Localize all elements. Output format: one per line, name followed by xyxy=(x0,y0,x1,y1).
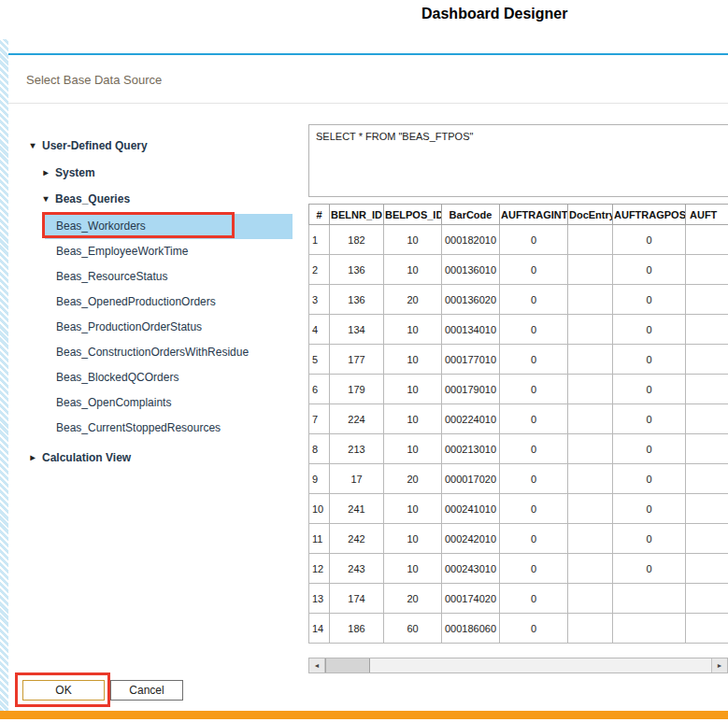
triangle-right-icon[interactable]: ▸ xyxy=(28,453,37,462)
table-row[interactable]: 21361000013601000 xyxy=(309,255,728,285)
table-cell: 0 xyxy=(500,524,568,554)
table-cell xyxy=(568,375,613,404)
table-cell xyxy=(568,404,613,434)
tree-item-beas_resourcestatus[interactable]: Beas_ResourceStatus xyxy=(45,264,293,290)
table-cell xyxy=(613,614,686,644)
table-cell: 9 xyxy=(309,464,330,494)
tree-item-beas_employeeworktime[interactable]: Beas_EmployeeWorkTime xyxy=(45,239,293,264)
scrollbar-thumb[interactable] xyxy=(325,658,370,672)
table-cell xyxy=(686,345,728,375)
table-cell: 4 xyxy=(309,315,330,345)
table-row[interactable]: 41341000013401000 xyxy=(309,315,728,345)
table-cell: 0 xyxy=(500,225,568,255)
tree-item-beas_openedproductionorders[interactable]: Beas_OpenedProductionOrders xyxy=(45,290,293,315)
table-row[interactable]: 82131000021301000 xyxy=(309,434,728,464)
left-arrow-icon: ◄ xyxy=(314,662,321,669)
table-row[interactable]: 14186600001860600 xyxy=(309,614,728,644)
tree-item-beas_productionorderstatus[interactable]: Beas_ProductionOrderStatus xyxy=(45,315,293,340)
table-cell xyxy=(613,584,686,614)
table-cell xyxy=(568,315,613,345)
table-cell: 0 xyxy=(613,375,686,404)
table-cell xyxy=(686,285,728,315)
table-cell xyxy=(686,554,728,584)
table-cell: 3 xyxy=(309,285,330,315)
table-cell: 0 xyxy=(613,255,686,285)
tree-item-beas_constructionorderswithresidue[interactable]: Beas_ConstructionOrdersWithResidue xyxy=(45,340,293,365)
table-cell: 0 xyxy=(500,614,568,644)
dashboard-designer-window: Dashboard Designer Select Base Data Sour… xyxy=(0,0,728,722)
table-cell: 7 xyxy=(309,404,330,434)
table-cell xyxy=(686,255,728,285)
table-cell xyxy=(686,524,728,554)
tree-item-beas_opencomplaints[interactable]: Beas_OpenComplaints xyxy=(45,390,293,416)
tree-node-system[interactable]: ▸ System xyxy=(41,164,95,181)
table-row[interactable]: 102411000024101000 xyxy=(309,494,728,524)
table-cell: 10 xyxy=(309,494,330,524)
table-cell xyxy=(686,614,728,644)
table-cell: 0 xyxy=(500,315,568,345)
scroll-right-button[interactable]: ► xyxy=(711,658,727,672)
table-cell: 000224010 xyxy=(442,404,500,434)
table-cell: 10 xyxy=(384,225,442,255)
table-cell: 12 xyxy=(309,554,330,584)
table-row[interactable]: 122431000024301000 xyxy=(309,554,728,584)
table-cell: 000213010 xyxy=(442,434,500,464)
tree-item-beas_currentstoppedresources[interactable]: Beas_CurrentStoppedResources xyxy=(45,416,293,441)
column-header: BarCode xyxy=(442,205,500,225)
column-header: AUFTRAGINT xyxy=(500,205,568,225)
triangle-down-icon[interactable]: ▾ xyxy=(28,141,37,150)
table-row[interactable]: 61791000017901000 xyxy=(309,375,728,404)
table-row[interactable]: 51771000017701000 xyxy=(309,345,728,375)
table-row[interactable]: 31362000013602000 xyxy=(309,285,728,315)
triangle-down-icon[interactable]: ▾ xyxy=(41,194,50,204)
tree-node-user-defined-query[interactable]: ▾ User-Defined Query xyxy=(28,137,148,154)
table-cell: 186 xyxy=(330,614,384,644)
sql-query-input[interactable]: SELECT * FROM "BEAS_FTPOS" xyxy=(308,124,728,197)
table-cell: 182 xyxy=(330,225,384,255)
table-cell: 000177010 xyxy=(442,345,500,375)
table-cell: 000136010 xyxy=(442,255,500,285)
table-cell: 10 xyxy=(384,255,442,285)
table-cell: 179 xyxy=(330,375,384,404)
table-row[interactable]: 9172000001702000 xyxy=(309,464,728,494)
tree-node-beas-queries[interactable]: ▾ Beas_Queries xyxy=(41,191,130,207)
cancel-button[interactable]: Cancel xyxy=(110,680,183,701)
table-cell: 11 xyxy=(309,524,330,554)
table-cell xyxy=(686,225,728,255)
triangle-right-icon[interactable]: ▸ xyxy=(41,168,50,177)
table-cell: 224 xyxy=(330,404,384,434)
ok-button[interactable]: OK xyxy=(22,680,105,701)
table-cell: 10 xyxy=(384,554,442,584)
table-cell: 136 xyxy=(330,285,384,315)
table-cell: 0 xyxy=(613,494,686,524)
left-stripe-decoration xyxy=(0,39,8,714)
tree-node-label: System xyxy=(55,166,95,179)
table-row[interactable]: 72241000022401000 xyxy=(309,404,728,434)
column-header: AUFTRAGPOS xyxy=(613,205,686,225)
table-cell: 14 xyxy=(309,614,330,644)
horizontal-scrollbar[interactable]: ◄ ► xyxy=(308,658,728,673)
column-header: # xyxy=(309,205,330,225)
tree-item-beas_workorders[interactable]: Beas_Workorders xyxy=(45,214,293,239)
table-row[interactable]: 11821000018201000 xyxy=(309,225,728,255)
tree-node-calculation-view[interactable]: ▸ Calculation View xyxy=(28,449,131,466)
table-cell: 20 xyxy=(384,584,442,614)
scrollbar-track[interactable] xyxy=(370,658,711,672)
table-row[interactable]: 112421000024201000 xyxy=(309,524,728,554)
table-cell: 60 xyxy=(384,614,442,644)
tree-item-beas_blockedqcorders[interactable]: Beas_BlockedQCOrders xyxy=(45,365,293,390)
table-cell: 000182010 xyxy=(442,225,500,255)
scroll-left-button[interactable]: ◄ xyxy=(309,658,325,672)
table-cell xyxy=(686,464,728,494)
column-header: DocEntry xyxy=(568,205,613,225)
dialog-title: Select Base Data Source xyxy=(26,73,162,87)
table-cell: 10 xyxy=(384,345,442,375)
table-cell: 20 xyxy=(384,464,442,494)
result-grid: #BELNR_IDBELPOS_IDBarCodeAUFTRAGINTDocEn… xyxy=(308,204,728,658)
table-cell: 0 xyxy=(500,494,568,524)
table-cell: 10 xyxy=(384,404,442,434)
table-cell: 17 xyxy=(330,464,384,494)
table-row[interactable]: 13174200001740200 xyxy=(309,584,728,614)
table-cell: 0 xyxy=(613,404,686,434)
table-cell: 0 xyxy=(500,285,568,315)
